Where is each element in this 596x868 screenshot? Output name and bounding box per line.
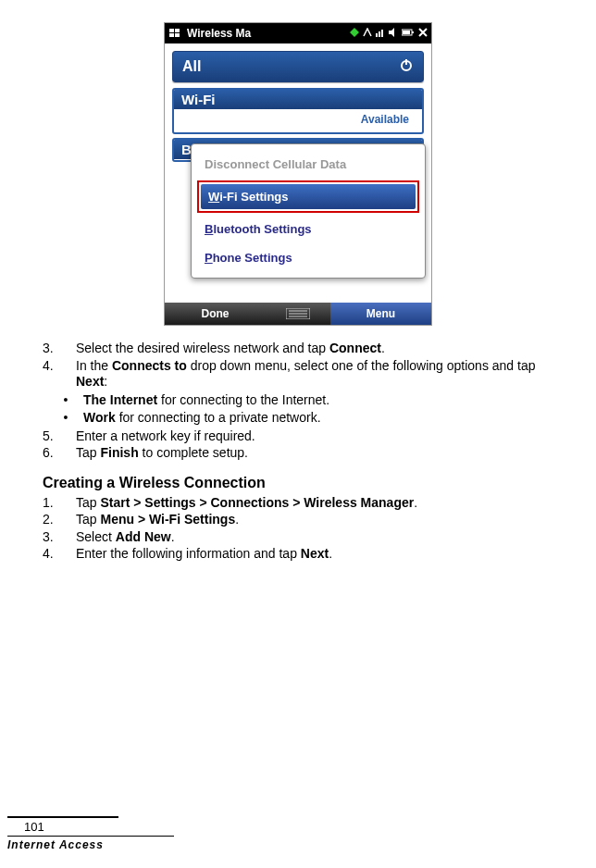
- svg-marker-4: [350, 28, 359, 37]
- wifi-status: Available: [174, 109, 422, 128]
- sync-icon: [350, 27, 359, 40]
- status-bar: Wireless Ma: [165, 23, 431, 43]
- page-number: 101: [24, 820, 596, 834]
- menu-item-bluetooth-settings[interactable]: Bluetooth Settings: [195, 215, 421, 243]
- menu-item-disconnect-cellular: Disconnect Cellular Data: [195, 150, 421, 179]
- step-c3: 3. Select Add New.: [43, 529, 555, 546]
- step-3: 3. Select the desired wireless network a…: [43, 341, 555, 357]
- bullet-internet: • The Internet for connecting to the Int…: [63, 392, 555, 409]
- menu-item-wifi-settings[interactable]: Wi-Fi Settings: [197, 180, 419, 213]
- footer-section-label: Internet Access: [7, 838, 596, 851]
- svg-rect-3: [175, 33, 180, 37]
- step-c1: 1. Tap Start > Settings > Connections > …: [43, 495, 555, 512]
- all-row[interactable]: All: [172, 51, 424, 82]
- svg-rect-11: [403, 31, 410, 34]
- device-screenshot: Wireless Ma All Wi-Fi Available: [164, 22, 432, 326]
- battery-icon: [402, 27, 415, 40]
- statusbar-title: Wireless Ma: [187, 27, 251, 40]
- all-label: All: [182, 58, 201, 75]
- svg-rect-6: [379, 31, 380, 37]
- signal-icon: [376, 27, 385, 40]
- step-6: 6. Tap Finish to complete setup.: [43, 445, 555, 462]
- wifi-row[interactable]: Wi-Fi Available: [172, 88, 424, 134]
- svg-rect-10: [412, 31, 414, 33]
- menu-item-phone-settings[interactable]: Phone Settings: [195, 243, 421, 272]
- svg-marker-8: [389, 28, 394, 37]
- bullet-work: • Work for connecting to a private netwo…: [63, 410, 555, 427]
- step-5: 5. Enter a network key if required.: [43, 428, 555, 445]
- keyboard-icon[interactable]: [266, 308, 330, 319]
- network-icon: [363, 27, 372, 40]
- close-icon[interactable]: [418, 27, 428, 40]
- svg-rect-2: [169, 33, 174, 37]
- svg-rect-5: [376, 33, 378, 37]
- windows-icon: [168, 27, 181, 40]
- softkey-done[interactable]: Done: [165, 307, 266, 320]
- section-heading: Creating a Wireless Connection: [43, 475, 555, 491]
- page-footer: 101 Internet Access: [0, 816, 596, 851]
- softkey-bar: Done Menu: [165, 303, 431, 325]
- instruction-text: 3. Select the desired wireless network a…: [0, 335, 555, 563]
- softkey-menu[interactable]: Menu: [330, 303, 431, 325]
- context-menu: Disconnect Cellular Data Wi-Fi Settings …: [191, 143, 426, 279]
- step-4: 4. In the Connects to drop down menu, se…: [43, 358, 555, 391]
- svg-rect-0: [169, 29, 174, 32]
- wifi-label: Wi-Fi: [174, 90, 422, 109]
- svg-rect-7: [381, 30, 383, 37]
- step-c2: 2. Tap Menu > Wi-Fi Settings.: [43, 512, 555, 528]
- power-icon: [399, 57, 414, 76]
- volume-icon: [389, 27, 398, 40]
- svg-rect-1: [175, 29, 180, 32]
- step-c4: 4. Enter the following information and t…: [43, 546, 555, 563]
